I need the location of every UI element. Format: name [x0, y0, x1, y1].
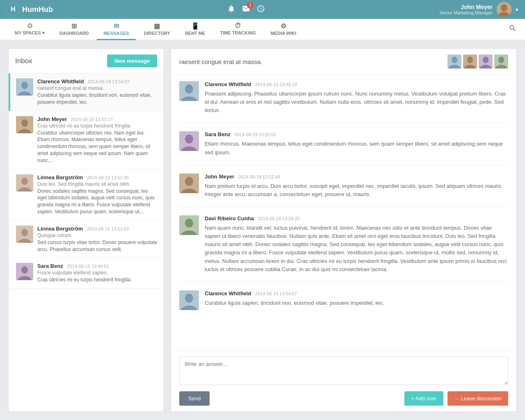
- nav-label-my-spaces: MY SPACES ▾: [15, 30, 45, 36]
- message-item: Clarence Whitfield 2014-08-19 13:54:07 C…: [179, 290, 508, 318]
- message-avatar: [179, 81, 199, 101]
- conversation-item[interactable]: Linnea Bergström 2014-08-19 13:51:09 Qui…: [9, 221, 164, 258]
- svg-point-24: [467, 57, 473, 63]
- svg-point-27: [483, 57, 488, 63]
- conversation-body: John Meyer 2014-08-19 13:52:27 Cras ultr…: [37, 116, 158, 164]
- message-item: Davi Ribeiro Cunha 2014-08-19 13:59:25 N…: [179, 215, 508, 282]
- conversation-sender: Linnea Bergström: [37, 174, 83, 180]
- leave-discussion-button[interactable]: → Leave discussion: [447, 391, 508, 406]
- message-content: Davi Ribeiro Cunha 2014-08-19 13:59:25 N…: [205, 215, 508, 274]
- top-icons: 1: [227, 5, 265, 15]
- notification-bell[interactable]: [227, 5, 235, 15]
- nav-item-time-tracking[interactable]: ⏱ TIME TRACKING: [213, 19, 262, 40]
- send-button[interactable]: Send: [179, 391, 210, 406]
- conversation-preview: Curabitur ligula sapien, tincidunt non, …: [37, 92, 158, 106]
- message-avatar: [179, 131, 199, 151]
- nav-item-rent-me[interactable]: 📱 RENT ME: [178, 19, 212, 40]
- svg-point-33: [185, 84, 193, 94]
- user-name: John Meyer: [439, 4, 493, 10]
- participant-avatar-4: [494, 55, 508, 68]
- conversation-header: Linnea Bergström 2014-08-19 13:51:09: [37, 226, 158, 232]
- message-avatar: [179, 290, 199, 310]
- clock-icon[interactable]: [257, 5, 265, 15]
- conversation-subject: Cras ultricies mi eu turpis hendrerit fr…: [37, 123, 158, 129]
- my-spaces-icon: ⊙: [27, 22, 32, 30]
- nav-item-dashboard[interactable]: ⊞ DASHBOARD: [53, 19, 96, 40]
- new-message-button[interactable]: New message: [107, 55, 157, 67]
- nav-label-rent-me: RENT ME: [185, 31, 205, 36]
- conversation-sender: Clarence Whitfield: [37, 78, 84, 84]
- content-area: Inbox New message Clarence Whitfield 201…: [0, 40, 525, 420]
- search-icon[interactable]: [509, 24, 517, 34]
- nav-item-my-spaces[interactable]: ⊙ MY SPACES ▾: [8, 18, 51, 40]
- reply-input[interactable]: [179, 356, 508, 385]
- panel-avatars: [447, 55, 508, 68]
- app-name: HumHub: [22, 5, 53, 14]
- nav-item-media-wiki[interactable]: ⚙ MEDIA WIKI: [264, 19, 303, 40]
- dashboard-icon: ⊞: [71, 22, 77, 30]
- conversation-avatar: [16, 116, 33, 133]
- nav-item-messages[interactable]: ✉ MESSAGES: [97, 19, 135, 40]
- sidebar: Inbox New message Clarence Whitfield 201…: [8, 48, 164, 412]
- media-wiki-icon: ⚙: [281, 22, 286, 30]
- conversation-time: 2014-08-19 13:51:30: [87, 175, 129, 180]
- conversation-header: Sara Benz 2014-08-19 13:49:51: [37, 263, 158, 269]
- nav-label-media-wiki: MEDIA WIKI: [271, 31, 297, 36]
- message-avatar: [179, 215, 199, 235]
- svg-text:H: H: [11, 6, 16, 13]
- message-text: Nam pretium turpis et arcu. Duis arcu to…: [205, 182, 508, 199]
- nav-item-directory[interactable]: ▦ DIRECTORY: [137, 19, 177, 40]
- nav-label-time-tracking: TIME TRACKING: [220, 30, 256, 35]
- panel-title: raesent congue erat at massa.: [179, 58, 262, 65]
- messages-icon[interactable]: 1: [242, 5, 250, 15]
- message-header: Clarence Whitfield 2014-08-19 13:54:07: [205, 290, 508, 297]
- messages-nav-icon: ✉: [114, 22, 119, 30]
- add-user-button[interactable]: + Add user: [404, 391, 443, 406]
- conversation-item[interactable]: Sara Benz 2014-08-19 13:49:51 Fusce vulp…: [9, 258, 164, 289]
- conversation-item[interactable]: Linnea Bergström 2014-08-19 13:51:30 Dui…: [9, 169, 164, 221]
- rent-me-icon: 📱: [191, 22, 199, 30]
- conversation-avatar: [16, 226, 33, 243]
- reply-actions: Send + Add user → Leave discussion: [179, 391, 508, 406]
- conversation-avatar: [16, 78, 33, 96]
- svg-point-15: [21, 229, 28, 236]
- top-bar: H HumHub 1 John Meyer Senior Marketing M…: [0, 0, 525, 19]
- svg-point-3: [501, 4, 507, 11]
- svg-point-39: [185, 177, 193, 186]
- message-sender: Sara Benz: [205, 131, 231, 137]
- message-time: 2014-08-19 13:48:19: [255, 82, 297, 87]
- message-content: John Meyer 2014-08-19 13:52:48 Nam preti…: [205, 173, 508, 199]
- conversation-sender: John Meyer: [37, 116, 67, 122]
- conversation-time: 2014-08-19 13:52:27: [71, 117, 113, 122]
- messages-badge: 1: [247, 2, 253, 9]
- conversation-subject: raesent congue erat at massa.: [37, 85, 158, 91]
- time-tracking-icon: ⏱: [235, 22, 241, 30]
- conversation-subject: Fusce vulputate eleifend sapien.: [37, 270, 158, 276]
- user-avatar[interactable]: [497, 2, 511, 17]
- svg-point-6: [21, 82, 28, 89]
- participant-avatar-1: [447, 55, 461, 68]
- conversation-preview: Cras ultricies mi eu turpis hendrerit fr…: [37, 276, 158, 283]
- messages-area: Clarence Whitfield 2014-08-19 13:48:19 P…: [171, 75, 516, 350]
- conversation-header: John Meyer 2014-08-19 13:52:27: [37, 116, 158, 122]
- message-header: Davi Ribeiro Cunha 2014-08-19 13:59:25: [205, 215, 508, 221]
- conversation-item[interactable]: John Meyer 2014-08-19 13:52:27 Cras ultr…: [9, 111, 164, 169]
- message-time: 2014-08-19 13:59:25: [258, 216, 300, 221]
- message-header: Clarence Whitfield 2014-08-19 13:48:19: [205, 81, 508, 87]
- conversation-item[interactable]: Clarence Whitfield 2014-08-19 13:54:07 r…: [9, 73, 164, 111]
- message-content: Clarence Whitfield 2014-08-19 13:48:19 P…: [205, 81, 508, 114]
- conversation-preview: Donec sodales sagittis magna. Sed conseq…: [37, 188, 158, 215]
- logo-area: H HumHub: [7, 3, 53, 16]
- conversation-list: Clarence Whitfield 2014-08-19 13:54:07 r…: [9, 73, 164, 289]
- conversation-avatar: [16, 174, 33, 192]
- main-nav: ⊙ MY SPACES ▾ ⊞ DASHBOARD ✉ MESSAGES ▦ D…: [0, 19, 525, 40]
- action-buttons: + Add user → Leave discussion: [404, 391, 508, 406]
- inbox-title: Inbox: [15, 57, 32, 65]
- nav-label-directory: DIRECTORY: [144, 31, 170, 36]
- user-dropdown-arrow[interactable]: ▾: [516, 7, 518, 13]
- conversation-header: Linnea Bergström 2014-08-19 13:51:30: [37, 174, 158, 180]
- user-area: John Meyer Senior Marketing Manager ▾: [439, 2, 518, 17]
- directory-icon: ▦: [154, 22, 160, 30]
- svg-point-42: [185, 219, 193, 228]
- panel-header: raesent congue erat at massa.: [171, 49, 516, 75]
